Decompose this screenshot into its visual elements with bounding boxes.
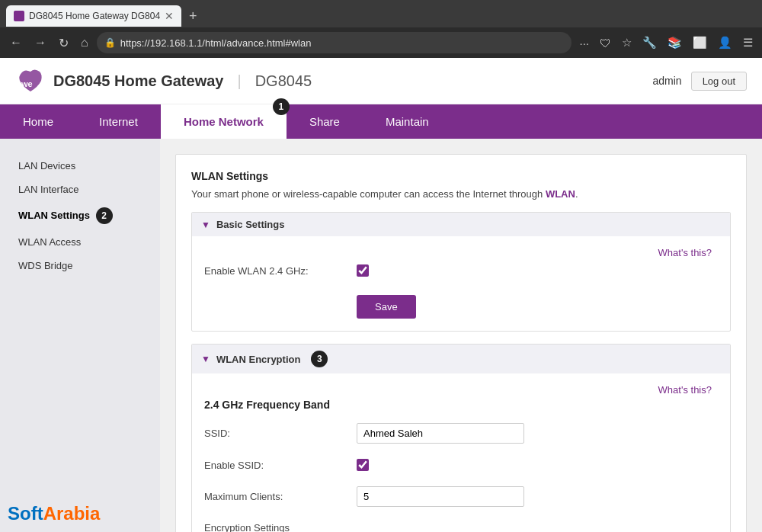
logo-text: DG8045 Home Gateway — [53, 72, 223, 90]
address-input[interactable] — [120, 37, 565, 49]
wlan-encryption-section: ▼ WLAN Encryption 3 What's this? 2.4 GHz… — [191, 344, 731, 532]
watermark-arabia: Arabia — [43, 503, 101, 524]
wlan-encryption-arrow-icon: ▼ — [201, 354, 210, 364]
browser-chrome: DG8045 Home Gateway DG804 ✕ + ← → ↻ ⌂ 🔒 … — [0, 0, 762, 58]
tab-favicon — [14, 11, 24, 21]
enable-wlan-checkbox[interactable] — [357, 264, 369, 277]
sidebar: LAN Devices LAN Interface WLAN Settings … — [0, 139, 160, 532]
page-description: Your smart phone or wireless-capable com… — [191, 188, 731, 200]
content-panel: WLAN Settings Your smart phone or wirele… — [175, 154, 747, 532]
active-tab[interactable]: DG8045 Home Gateway DG804 ✕ — [6, 5, 181, 27]
basic-settings-whats-this-link[interactable]: What's this? — [204, 244, 718, 261]
encryption-settings-label: Encryption Settings — [204, 522, 357, 532]
sidebar-item-wds-bridge[interactable]: WDS Bridge — [8, 254, 152, 277]
freq-band-title: 2.4 GHz Frequency Band — [204, 399, 718, 411]
page-wrapper: we DG8045 Home Gateway | DG8045 admin Lo… — [0, 58, 762, 532]
nav-item-share[interactable]: Share — [287, 104, 363, 139]
svg-text:we: we — [21, 79, 33, 88]
logout-button[interactable]: Log out — [691, 72, 747, 91]
basic-settings-arrow-icon: ▼ — [201, 220, 210, 230]
wlan-settings-badge: 2 — [96, 207, 113, 224]
page-desc-wlan: WLAN — [546, 188, 575, 200]
enable-ssid-checkbox[interactable] — [357, 459, 369, 471]
page-desc-end: . — [575, 188, 578, 200]
enable-ssid-label: Enable SSID: — [204, 460, 357, 471]
nav-item-home-network-label: Home Network — [184, 115, 264, 128]
content-area: WLAN Settings Your smart phone or wirele… — [160, 139, 762, 532]
max-clients-label: Maximum Clients: — [204, 491, 357, 502]
we-logo: we — [15, 66, 46, 96]
nav-item-home-network[interactable]: Home Network 1 — [161, 104, 287, 139]
tools-button[interactable]: 🔧 — [639, 34, 660, 51]
menu-button[interactable]: ☰ — [740, 34, 756, 51]
nav-item-internet[interactable]: Internet — [76, 104, 161, 139]
enable-wlan-label: Enable WLAN 2.4 GHz: — [204, 265, 357, 277]
back-button[interactable]: ← — [6, 34, 26, 51]
wlan-encryption-header[interactable]: ▼ WLAN Encryption 3 — [192, 345, 730, 373]
max-clients-input[interactable] — [357, 486, 524, 507]
lock-icon: 🔒 — [104, 37, 116, 48]
home-button[interactable]: ⌂ — [77, 34, 92, 51]
site-header: we DG8045 Home Gateway | DG8045 admin Lo… — [0, 58, 762, 104]
close-tab-icon[interactable]: ✕ — [165, 10, 174, 22]
max-clients-row: Maximum Clients: — [204, 483, 718, 510]
wlan-encryption-label: WLAN Encryption — [216, 354, 301, 365]
device-name: DG8045 — [255, 72, 312, 90]
sidebar-item-wlan-settings[interactable]: WLAN Settings 2 — [8, 201, 152, 230]
library-button[interactable]: 📚 — [664, 34, 685, 51]
header-divider: | — [237, 72, 241, 90]
address-bar[interactable]: 🔒 — [97, 32, 572, 53]
page-desc-start: Your smart phone or wireless-capable com… — [191, 188, 546, 200]
ssid-row: SSID: — [204, 420, 718, 447]
save-button[interactable]: Save — [357, 295, 416, 319]
star-button[interactable]: ☆ — [619, 34, 635, 51]
nav-right-buttons: ··· 🛡 ☆ 🔧 📚 ⬜ 👤 ☰ — [576, 34, 756, 51]
new-tab-button[interactable]: + — [186, 8, 200, 24]
synced-tabs-button[interactable]: ⬜ — [690, 34, 710, 51]
header-right: admin Log out — [652, 72, 747, 91]
wlan-encryption-badge: 3 — [311, 351, 328, 367]
main-layout: LAN Devices LAN Interface WLAN Settings … — [0, 139, 762, 532]
main-navigation: Home Internet Home Network 1 Share Maint… — [0, 104, 762, 139]
page-title: WLAN Settings — [191, 170, 731, 182]
nav-item-maintain[interactable]: Maintain — [363, 104, 452, 139]
reload-button[interactable]: ↻ — [55, 34, 72, 52]
admin-label: admin — [652, 75, 681, 87]
ssid-input[interactable] — [357, 423, 524, 444]
sidebar-item-lan-interface[interactable]: LAN Interface — [8, 178, 152, 201]
encryption-settings-row: Encryption Settings — [204, 519, 718, 532]
forward-button[interactable]: → — [30, 34, 50, 51]
wlan-encryption-whats-this-link[interactable]: What's this? — [204, 381, 718, 399]
logo-area: we DG8045 Home Gateway | DG8045 — [15, 66, 312, 96]
basic-settings-section: ▼ Basic Settings What's this? Enable WLA… — [191, 212, 731, 332]
ssid-label: SSID: — [204, 428, 357, 439]
wlan-encryption-body: What's this? 2.4 GHz Frequency Band SSID… — [192, 373, 730, 532]
basic-settings-label: Basic Settings — [216, 219, 285, 230]
watermark-soft: Soft — [8, 503, 43, 524]
enable-ssid-row: Enable SSID: — [204, 456, 718, 474]
bookmarks-button[interactable]: 🛡 — [597, 35, 614, 51]
nav-bar: ← → ↻ ⌂ 🔒 ··· 🛡 ☆ 🔧 📚 ⬜ 👤 ☰ — [0, 27, 762, 58]
account-button[interactable]: 👤 — [715, 34, 735, 51]
enable-wlan-row: Enable WLAN 2.4 GHz: — [204, 261, 718, 280]
tab-bar: DG8045 Home Gateway DG804 ✕ + — [0, 0, 762, 27]
sidebar-wlan-settings-label: WLAN Settings — [18, 210, 90, 221]
basic-settings-body: What's this? Enable WLAN 2.4 GHz: Save — [192, 236, 730, 331]
sidebar-item-lan-devices[interactable]: LAN Devices — [8, 154, 152, 178]
nav-item-home[interactable]: Home — [0, 104, 76, 139]
more-options-button[interactable]: ··· — [576, 35, 592, 51]
watermark: SoftArabia — [8, 503, 100, 524]
tab-label: DG8045 Home Gateway DG804 — [29, 11, 160, 21]
sidebar-item-wlan-access[interactable]: WLAN Access — [8, 230, 152, 254]
basic-settings-header[interactable]: ▼ Basic Settings — [192, 213, 730, 236]
